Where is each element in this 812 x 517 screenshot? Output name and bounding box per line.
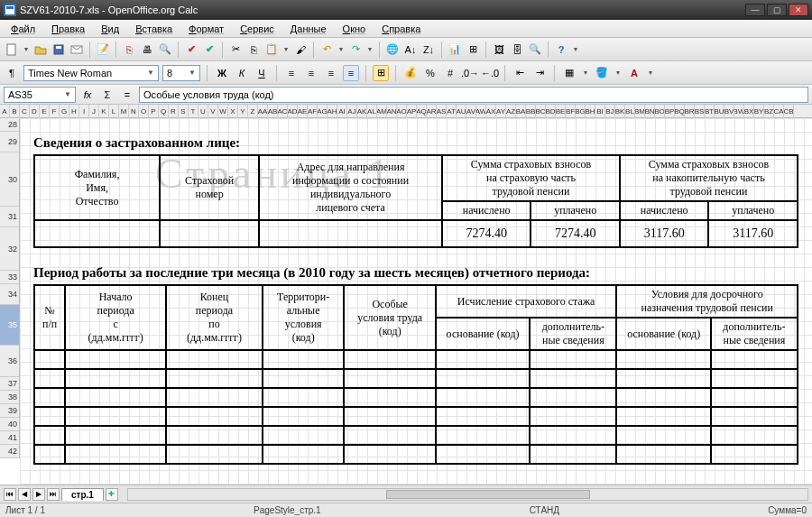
percent-icon[interactable]: % xyxy=(422,65,438,81)
cell-s-upl[interactable]: 7274.40 xyxy=(531,220,620,247)
tab-next-icon[interactable]: ▶ xyxy=(32,488,45,501)
open-icon[interactable] xyxy=(32,42,49,58)
print-preview-icon[interactable]: 🔍 xyxy=(157,42,173,58)
dropdown-icon[interactable]: ▾ xyxy=(646,65,655,81)
remove-decimal-icon[interactable]: ←.0 xyxy=(482,65,498,81)
align-left-icon[interactable]: ≡ xyxy=(283,65,300,81)
export-pdf-icon[interactable]: ⎘ xyxy=(121,42,137,58)
menu-edit[interactable]: Правка xyxy=(44,22,92,36)
table-row[interactable] xyxy=(34,445,798,464)
zoom-icon[interactable]: 🔍 xyxy=(527,42,543,58)
decrease-indent-icon[interactable]: ⇤ xyxy=(512,65,528,81)
paste-icon[interactable]: 📋 xyxy=(263,42,280,58)
status-mode[interactable]: СТАНД xyxy=(530,505,559,515)
gallery-icon[interactable]: 🖼 xyxy=(491,42,507,58)
sum-icon[interactable]: Σ xyxy=(99,87,115,103)
spreadsheet-grid[interactable]: ABCDEFGHIJKLMNOPQRSTUVWXYZAAABACADAEAFAG… xyxy=(0,105,812,485)
align-center-icon[interactable]: ≡ xyxy=(303,65,319,81)
chart-icon[interactable]: 📊 xyxy=(447,42,463,58)
horizontal-scrollbar[interactable] xyxy=(127,488,808,501)
cell-addr[interactable] xyxy=(259,220,442,247)
currency-icon[interactable]: 💰 xyxy=(402,65,419,81)
status-sum[interactable]: Сумма=0 xyxy=(768,505,807,515)
align-right-icon[interactable]: ≡ xyxy=(323,65,339,81)
add-sheet-icon[interactable]: ✚ xyxy=(106,488,118,501)
fontcolor-icon[interactable]: A xyxy=(626,65,642,81)
hyperlink-icon[interactable]: 🌐 xyxy=(384,42,401,58)
scrollbar-thumb[interactable] xyxy=(386,490,590,499)
format-paintbrush-icon[interactable]: 🖌 xyxy=(292,42,309,58)
font-name-combo[interactable]: Times New Roman▼ xyxy=(23,65,159,81)
new-doc-icon[interactable] xyxy=(4,42,20,58)
dropdown-icon[interactable]: ▾ xyxy=(281,42,291,58)
italic-icon[interactable]: К xyxy=(234,65,250,81)
sort-asc-icon[interactable]: A↓ xyxy=(402,42,419,58)
edit-doc-icon[interactable]: 📝 xyxy=(95,42,111,58)
spellcheck-icon[interactable]: ✔ xyxy=(183,42,199,58)
cell-snum[interactable] xyxy=(160,220,259,247)
close-button[interactable]: ✕ xyxy=(789,4,808,16)
align-justify-icon[interactable]: ≡ xyxy=(343,65,359,81)
print-icon[interactable]: 🖶 xyxy=(139,42,155,58)
email-icon[interactable] xyxy=(69,42,85,58)
cut-icon[interactable]: ✂ xyxy=(227,42,244,58)
tab-last-icon[interactable]: ⏭ xyxy=(47,488,60,501)
table-row[interactable] xyxy=(34,426,798,445)
dropdown-icon[interactable]: ▾ xyxy=(614,65,623,81)
tab-first-icon[interactable]: ⏮ xyxy=(4,488,16,501)
row-headers[interactable]: 282930313233343536373839404142 xyxy=(0,118,20,458)
dropdown-icon[interactable]: ▾ xyxy=(571,42,580,58)
borders-icon[interactable]: ▦ xyxy=(561,65,577,81)
function-wizard-icon[interactable]: fx xyxy=(79,87,96,103)
maximize-button[interactable]: ▢ xyxy=(767,4,787,16)
bold-icon[interactable]: Ж xyxy=(214,65,230,81)
increase-indent-icon[interactable]: ⇥ xyxy=(531,65,548,81)
save-icon[interactable] xyxy=(51,42,67,58)
table-row[interactable] xyxy=(34,407,798,426)
dropdown-icon[interactable]: ▾ xyxy=(22,42,31,58)
styles-icon[interactable]: ¶ xyxy=(4,65,20,81)
dropdown-icon[interactable]: ▾ xyxy=(581,65,590,81)
merge-cells-icon[interactable]: ⊞ xyxy=(373,65,389,81)
formula-input[interactable]: Особые условия труда (код) xyxy=(139,87,808,103)
table-row[interactable] xyxy=(34,350,798,369)
datasources-icon[interactable]: 🗄 xyxy=(509,42,525,58)
menu-insert[interactable]: Вставка xyxy=(128,22,180,36)
cell-s-nach[interactable]: 7274.40 xyxy=(442,220,531,247)
sheet-tab[interactable]: стр.1 xyxy=(61,488,104,501)
redo-icon[interactable]: ↷ xyxy=(347,42,364,58)
copy-icon[interactable]: ⎘ xyxy=(245,42,262,58)
sort-desc-icon[interactable]: Z↓ xyxy=(420,42,437,58)
cell-n-nach[interactable]: 3117.60 xyxy=(620,220,709,247)
bgcolor-icon[interactable]: 🪣 xyxy=(594,65,610,81)
menu-view[interactable]: Вид xyxy=(94,22,126,36)
cell-n-upl[interactable]: 3117.60 xyxy=(708,220,798,247)
menu-data[interactable]: Данные xyxy=(283,22,334,36)
statusbar: Лист 1 / 1 PageStyle_стр.1 СТАНД Сумма=0 xyxy=(0,503,812,517)
menu-format[interactable]: Формат xyxy=(181,22,231,36)
status-pagestyle[interactable]: PageStyle_стр.1 xyxy=(254,505,321,515)
minimize-button[interactable]: — xyxy=(745,4,765,16)
dropdown-icon[interactable]: ▾ xyxy=(337,42,346,58)
table-row[interactable] xyxy=(34,388,798,407)
equals-icon[interactable]: = xyxy=(119,87,135,103)
table-row[interactable] xyxy=(34,369,798,388)
undo-icon[interactable]: ↶ xyxy=(318,42,335,58)
add-decimal-icon[interactable]: .0→ xyxy=(462,65,478,81)
menu-tools[interactable]: Сервис xyxy=(233,22,281,36)
dropdown-icon[interactable]: ▾ xyxy=(365,42,374,58)
tab-prev-icon[interactable]: ◀ xyxy=(18,488,31,501)
auto-spellcheck-icon[interactable]: ✔ xyxy=(201,42,217,58)
name-box[interactable]: AS35▼ xyxy=(4,87,76,103)
font-size-combo[interactable]: 8▼ xyxy=(162,65,200,81)
col-terr: Территори- альные условия (код) xyxy=(263,285,345,350)
cell-fio[interactable] xyxy=(34,220,160,247)
column-headers[interactable]: ABCDEFGHIJKLMNOPQRSTUVWXYZAAABACADAEAFAG… xyxy=(0,105,812,118)
underline-icon[interactable]: Ч xyxy=(254,65,270,81)
help-icon[interactable]: ? xyxy=(553,42,569,58)
menu-window[interactable]: Окно xyxy=(336,22,374,36)
menu-help[interactable]: Справка xyxy=(374,22,428,36)
number-format-icon[interactable]: # xyxy=(442,65,458,81)
navigator-icon[interactable]: ⊞ xyxy=(465,42,481,58)
menu-file[interactable]: Файл xyxy=(4,22,42,36)
